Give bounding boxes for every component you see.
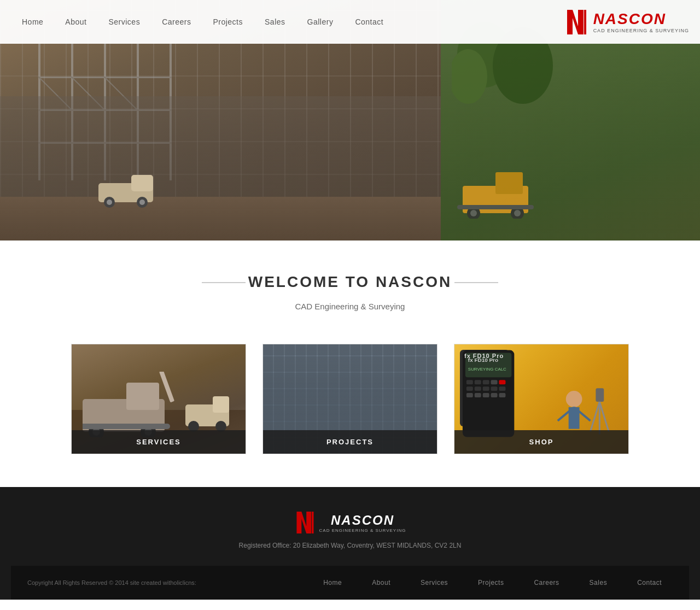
truck-graphic [98,169,170,208]
svg-line-12 [104,77,137,109]
svg-text:SURVEYING CALC: SURVEYING CALC [468,367,506,372]
nav-home[interactable]: Home [11,12,54,32]
footer-nav-services[interactable]: Services [410,573,459,592]
nav-contact[interactable]: Contact [344,12,394,32]
svg-rect-9 [38,142,172,144]
svg-rect-48 [491,380,498,384]
svg-line-65 [590,402,599,432]
svg-rect-64 [596,388,604,402]
footer-nav-home[interactable]: Home [312,573,353,592]
nav-services[interactable]: Services [97,12,151,32]
svg-rect-5 [137,44,139,180]
svg-rect-28 [457,205,534,209]
services-truck [185,394,240,432]
svg-rect-35 [83,424,170,429]
services-label: SERVICES [72,430,246,454]
svg-rect-55 [466,393,473,397]
footer-logo-sub: CAD Engineering & Surveying [319,528,406,533]
footer-nav-sales[interactable]: Sales [579,573,619,592]
svg-rect-38 [213,396,229,413]
footer-nav-contact[interactable]: Contact [626,573,673,592]
svg-marker-68 [296,512,311,533]
footer-logo-name: NASCON [319,513,406,528]
welcome-section: WELCOME TO NASCON CAD Engineering & Surv… [0,241,700,333]
steel-frame-graphic [27,44,191,180]
svg-rect-54 [499,386,505,391]
machinery-graphic [457,164,545,219]
svg-rect-51 [475,386,481,391]
svg-point-25 [470,210,477,216]
shop-label: SHOP [454,430,628,454]
svg-rect-46 [475,380,481,384]
svg-rect-23 [495,172,523,194]
services-image: SERVICES [72,344,246,454]
svg-rect-30 [126,383,159,410]
nav-about[interactable]: About [54,12,97,32]
footer-copyright: Copyright All Rights Reserved © 2014 sit… [27,579,196,586]
svg-rect-50 [466,386,473,391]
svg-rect-2 [38,44,40,180]
svg-point-18 [139,200,145,205]
header: Home About Services Careers Projects Sal… [0,0,700,44]
svg-point-27 [514,210,521,216]
logo-subtitle: CAD Engineering & Surveying [593,28,689,33]
footer-logo-icon [294,509,316,536]
cards-section: SERVICES PROJECTS fx FD10 Pro SURVEYING … [0,333,700,487]
svg-rect-14 [131,175,153,191]
card-shop[interactable]: fx FD10 Pro SURVEYING CALC [454,344,629,454]
card-services[interactable]: SERVICES [71,344,246,454]
svg-rect-52 [483,386,489,391]
footer-bottom: Copyright All Rights Reserved © 2014 sit… [11,566,689,600]
logo-name: NASCON [593,10,689,28]
svg-rect-47 [483,380,489,384]
svg-line-10 [38,77,71,109]
shop-image: fx FD10 Pro SURVEYING CALC [454,344,628,454]
svg-rect-58 [491,393,498,397]
svg-rect-4 [104,44,106,180]
svg-rect-56 [475,393,481,397]
svg-rect-45 [466,380,473,384]
svg-rect-1 [584,10,586,34]
footer: NASCON CAD Engineering & Surveying Regis… [0,487,700,600]
svg-rect-53 [491,386,498,391]
svg-rect-59 [499,393,505,397]
footer-nav-careers[interactable]: Careers [523,573,570,592]
nav-gallery[interactable]: Gallery [296,12,345,32]
svg-line-11 [71,77,104,109]
svg-rect-8 [38,109,172,111]
svg-rect-36 [159,372,174,402]
footer-nav-projects[interactable]: Projects [467,573,515,592]
svg-rect-57 [483,393,489,397]
welcome-subtitle: CAD Engineering & Surveying [11,302,689,311]
svg-text:fx FD10 Pro: fx FD10 Pro [468,357,498,363]
projects-image: PROJECTS [263,344,437,454]
svg-rect-69 [312,512,314,533]
svg-point-60 [566,391,582,407]
svg-rect-42 [465,353,511,378]
nav-careers[interactable]: Careers [151,12,202,32]
header-logo: NASCON CAD Engineering & Surveying [564,7,689,37]
logo-icon [564,7,589,37]
card-projects[interactable]: PROJECTS [262,344,438,454]
footer-address: Registered Office: 20 Elizabeth Way, Cov… [239,542,462,549]
svg-point-16 [107,200,112,205]
svg-line-67 [599,402,609,432]
svg-rect-49 [499,380,505,384]
svg-rect-6 [170,44,172,180]
footer-nav-about[interactable]: About [361,573,401,592]
services-machinery [83,372,192,437]
welcome-title: WELCOME TO NASCON [215,273,485,291]
nav-sales[interactable]: Sales [254,12,296,32]
svg-rect-3 [71,44,73,180]
footer-bottom-nav: Home About Services Projects Careers Sal… [312,573,673,592]
footer-logo: NASCON CAD Engineering & Surveying Regis… [11,509,689,549]
projects-label: PROJECTS [263,430,437,454]
nav-projects[interactable]: Projects [202,12,254,32]
main-nav: Home About Services Careers Projects Sal… [11,12,394,32]
svg-marker-0 [567,10,584,34]
